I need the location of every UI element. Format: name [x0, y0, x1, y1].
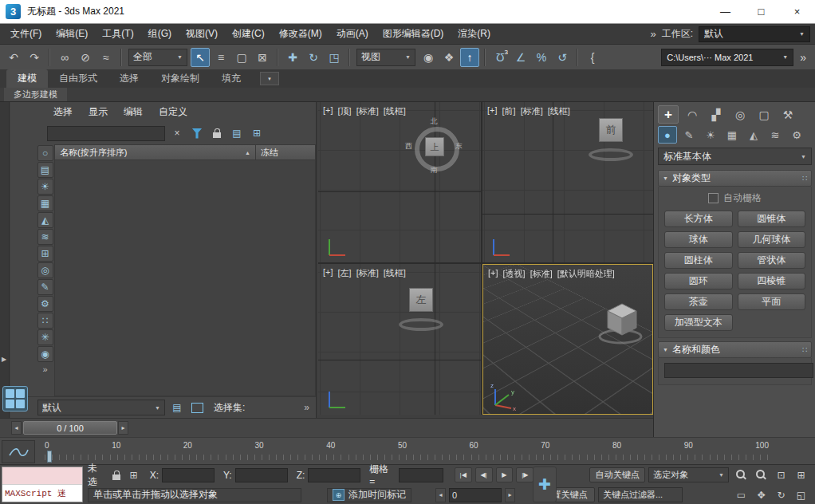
viewport-layout-tabs-button[interactable]: [2, 386, 28, 411]
redo-button[interactable]: ↷: [25, 48, 44, 67]
display-xrefs-icon[interactable]: ◎: [37, 262, 53, 278]
menu-views[interactable]: 视图(V): [179, 27, 225, 41]
tab-create[interactable]: +: [658, 105, 679, 124]
viewport-general-menu[interactable]: [+]: [323, 105, 333, 117]
close-button[interactable]: ×: [779, 0, 815, 24]
unlink-selection-button[interactable]: ⊘: [76, 48, 95, 67]
select-and-link-button[interactable]: ∞: [55, 48, 74, 67]
workspace-select[interactable]: 默认 ▼: [699, 26, 810, 42]
angle-snap-toggle-button[interactable]: ∠: [511, 48, 530, 67]
y-coordinate-field[interactable]: [235, 468, 288, 482]
explorer-search-input[interactable]: [47, 126, 165, 141]
category-lights-icon[interactable]: ☀: [701, 126, 720, 144]
object-name-field[interactable]: [664, 363, 813, 378]
maximize-viewport-button[interactable]: ◱: [792, 487, 810, 503]
time-slider-track[interactable]: ◂ 0 / 100 ▸: [0, 418, 653, 437]
grid-size-field[interactable]: [399, 468, 443, 482]
current-frame-indicator[interactable]: [47, 451, 52, 463]
percent-snap-toggle-button[interactable]: %: [532, 48, 551, 67]
frame-increment-icon[interactable]: ▸: [505, 488, 515, 502]
x-coordinate-field[interactable]: [162, 468, 215, 482]
play-button[interactable]: ▶: [496, 467, 514, 482]
tab-modify[interactable]: ◠: [682, 105, 703, 124]
maxscript-mini-listener[interactable]: MAXScript 迷: [2, 467, 83, 502]
freeze-column-header[interactable]: 冻结: [255, 145, 315, 159]
autogrid-checkbox[interactable]: 自动栅格: [664, 191, 805, 205]
primitive-cylinder-button[interactable]: 圆柱体: [664, 252, 733, 269]
viewcube[interactable]: 左: [393, 286, 449, 331]
explorer-menu-edit[interactable]: 编辑: [116, 105, 151, 119]
display-helpers-icon[interactable]: ◭: [37, 212, 53, 228]
lock-explorer-icon[interactable]: [209, 125, 225, 141]
primitive-geosphere-button[interactable]: 几何球体: [738, 231, 806, 248]
footer-overflow-icon[interactable]: »: [304, 402, 309, 413]
viewport-pov-menu[interactable]: [透视]: [503, 268, 526, 280]
frame-decrement-icon[interactable]: ◂: [435, 488, 446, 502]
previous-frame-button[interactable]: ◀|: [475, 467, 493, 482]
viewcube-compass-ring[interactable]: [399, 318, 443, 331]
named-selection-sets-button[interactable]: {: [583, 48, 602, 67]
select-and-manipulate-button[interactable]: ❖: [439, 48, 459, 67]
primitive-category-dropdown[interactable]: 标准基本体 ▼: [658, 148, 812, 165]
viewport-pov-menu[interactable]: [前]: [502, 105, 516, 117]
menu-file[interactable]: 文件(F): [3, 27, 49, 41]
mini-curve-editor-button[interactable]: [2, 440, 35, 463]
search-clear-icon[interactable]: ×: [169, 125, 185, 141]
keyboard-shortcut-override-button[interactable]: ↑: [460, 48, 479, 67]
viewport-renderer-menu[interactable]: [标准]: [530, 268, 553, 280]
category-cameras-icon[interactable]: ▦: [722, 126, 742, 144]
display-containers-icon[interactable]: ⚙: [37, 296, 53, 312]
viewport-renderer-menu[interactable]: [标准]: [356, 267, 379, 279]
explorer-preset-dropdown[interactable]: 默认 ▼: [37, 400, 165, 415]
menu-create[interactable]: 创建(C): [225, 27, 272, 41]
explorer-menu-select[interactable]: 选择: [45, 105, 81, 119]
menu-modifiers[interactable]: 修改器(M): [272, 27, 329, 41]
time-slider-prev-icon[interactable]: ◂: [11, 421, 22, 435]
time-tag-button[interactable]: ⊕ 添加时间标记: [327, 488, 411, 502]
viewcube-top-face[interactable]: 上: [425, 137, 444, 156]
viewcube[interactable]: 北 南 西 东 上: [408, 120, 460, 172]
selection-filter-dropdown[interactable]: 全部 ▼: [128, 49, 187, 66]
expand-strip-arrow-icon[interactable]: ▶: [2, 356, 6, 363]
primitive-torus-button[interactable]: 圆环: [664, 273, 733, 289]
viewport-shading-menu[interactable]: [线框]: [548, 105, 570, 117]
viewport-top[interactable]: [+] [顶] [标准] [线框] 北 南 西 东 上: [318, 102, 481, 262]
selected-objects-dropdown[interactable]: 选定对象 ▼: [648, 467, 729, 482]
current-frame-field[interactable]: [449, 488, 502, 502]
zoom-all-button[interactable]: [752, 467, 770, 483]
time-slider-next-icon[interactable]: ▸: [118, 421, 128, 435]
menu-rendering[interactable]: 渲染(R): [451, 27, 498, 41]
z-coordinate-field[interactable]: [308, 468, 360, 482]
primitive-pyramid-button[interactable]: 四棱锥: [738, 273, 806, 289]
spinner-snap-toggle-button[interactable]: ↺: [553, 48, 572, 67]
name-column-header[interactable]: 名称(按升序排序) ▲: [55, 145, 255, 159]
zoom-region-button[interactable]: ▭: [732, 487, 750, 503]
ribbon-panel-polygon-modeling[interactable]: 多边形建模: [4, 88, 67, 101]
tab-display[interactable]: ▢: [754, 105, 774, 124]
auto-key-button[interactable]: 自动关键点: [589, 467, 645, 482]
primitive-teapot-button[interactable]: 茶壶: [664, 293, 733, 310]
primitive-cone-button[interactable]: 圆锥体: [738, 211, 806, 227]
viewcube-front-face[interactable]: 前: [599, 118, 623, 142]
orbit-button[interactable]: ↻: [772, 487, 790, 503]
next-frame-button[interactable]: |▶: [516, 467, 533, 482]
viewcube-left-face[interactable]: 左: [409, 288, 433, 312]
viewport-pov-menu[interactable]: [左]: [338, 267, 352, 279]
explorer-menu-display[interactable]: 显示: [81, 105, 116, 119]
undo-button[interactable]: ↶: [4, 48, 23, 67]
display-visibility-icon[interactable]: ◉: [37, 346, 53, 362]
pan-button[interactable]: ✥: [752, 487, 770, 503]
display-cameras-icon[interactable]: ▦: [37, 195, 53, 211]
viewport-left[interactable]: [+] [左] [标准] [线框] 左: [318, 264, 481, 415]
maximize-button[interactable]: □: [743, 0, 779, 24]
tab-motion[interactable]: ◎: [730, 105, 750, 124]
layer-explorer-icon[interactable]: ▤: [169, 400, 185, 415]
viewport-shading-menu[interactable]: [默认明暗处理]: [557, 268, 615, 280]
display-materials-icon[interactable]: ∷: [37, 313, 53, 329]
rollout-name-and-color[interactable]: ▼ 名称和颜色 ∷: [658, 341, 812, 358]
category-helpers-icon[interactable]: ◭: [744, 126, 763, 144]
menu-group[interactable]: 组(G): [141, 27, 179, 41]
viewport-perspective[interactable]: [+] [透视] [标准] [默认明暗处理]: [482, 264, 653, 415]
viewcube-compass-ring[interactable]: [589, 148, 633, 161]
ribbon-tab-selection[interactable]: 选择: [108, 69, 150, 88]
